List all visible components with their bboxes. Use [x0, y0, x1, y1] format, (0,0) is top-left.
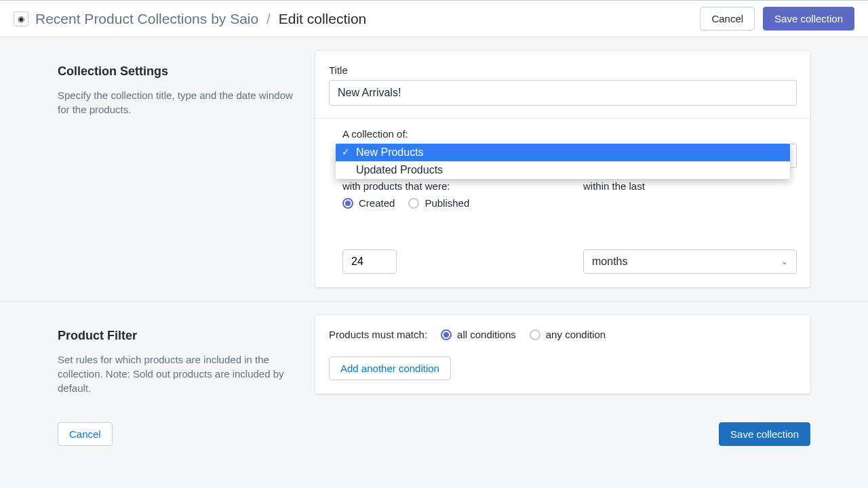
settings-description: Specify the collection title, type and t…	[58, 88, 302, 117]
product-filter-section: Product Filter Set rules for which produ…	[58, 315, 810, 409]
date-unit-select[interactable]: months ⌄	[583, 249, 797, 274]
title-label: Title	[329, 64, 797, 76]
footer-save-button[interactable]: Save collection	[719, 422, 810, 446]
radio-any-circle	[530, 329, 540, 340]
radio-created-circle	[342, 198, 353, 209]
filter-heading: Product Filter	[58, 329, 302, 343]
add-condition-button[interactable]: Add another condition	[329, 357, 451, 380]
settings-heading: Collection Settings	[58, 64, 302, 79]
collection-of-label: A collection of:	[342, 128, 797, 140]
settings-card: Title A collection of: New Products Upda…	[315, 51, 810, 287]
date-number-input[interactable]	[342, 249, 397, 274]
radio-published[interactable]: Published	[408, 197, 469, 209]
filter-card: Products must match: all conditions any …	[315, 315, 810, 394]
dropdown-option-updated-products[interactable]: Updated Products	[336, 161, 790, 179]
card-divider	[315, 118, 810, 119]
match-label: Products must match:	[329, 329, 427, 340]
cancel-button[interactable]: Cancel	[700, 7, 755, 30]
breadcrumb-root[interactable]: Recent Product Collections by Saio	[35, 11, 258, 26]
footer-cancel-button[interactable]: Cancel	[58, 422, 113, 446]
title-input[interactable]	[329, 80, 797, 106]
within-last-label: within the last	[583, 180, 797, 192]
radio-created[interactable]: Created	[342, 197, 395, 209]
breadcrumb-current: Edit collection	[279, 11, 367, 26]
breadcrumb-sep: /	[267, 11, 271, 26]
radio-published-circle	[408, 198, 419, 209]
radio-created-label: Created	[359, 197, 395, 209]
radio-any-condition[interactable]: any condition	[530, 329, 606, 340]
footer-actions: Cancel Save collection	[58, 409, 810, 446]
page-header: ◉ Recent Product Collections by Saio / E…	[0, 0, 868, 37]
radio-published-label: Published	[425, 197, 469, 209]
with-products-label: with products that were:	[342, 180, 556, 192]
date-unit-value: months	[592, 256, 627, 268]
chevron-down-icon: ⌄	[781, 257, 788, 266]
filter-description: Set rules for which products are include…	[58, 352, 302, 395]
radio-all-circle	[441, 329, 452, 340]
header-left: ◉ Recent Product Collections by Saio / E…	[14, 11, 366, 27]
save-collection-button[interactable]: Save collection	[763, 7, 854, 30]
dropdown-option-new-products[interactable]: New Products	[336, 144, 790, 161]
radio-all-label: all conditions	[457, 329, 516, 340]
section-divider	[0, 301, 868, 302]
breadcrumb: Recent Product Collections by Saio / Edi…	[35, 11, 366, 27]
header-actions: Cancel Save collection	[700, 7, 854, 30]
collection-settings-section: Collection Settings Specify the collecti…	[58, 51, 810, 301]
radio-any-label: any condition	[546, 329, 606, 340]
collection-type-dropdown: New Products Updated Products	[336, 144, 790, 179]
radio-all-conditions[interactable]: all conditions	[441, 329, 516, 340]
app-icon: ◉	[14, 12, 28, 26]
